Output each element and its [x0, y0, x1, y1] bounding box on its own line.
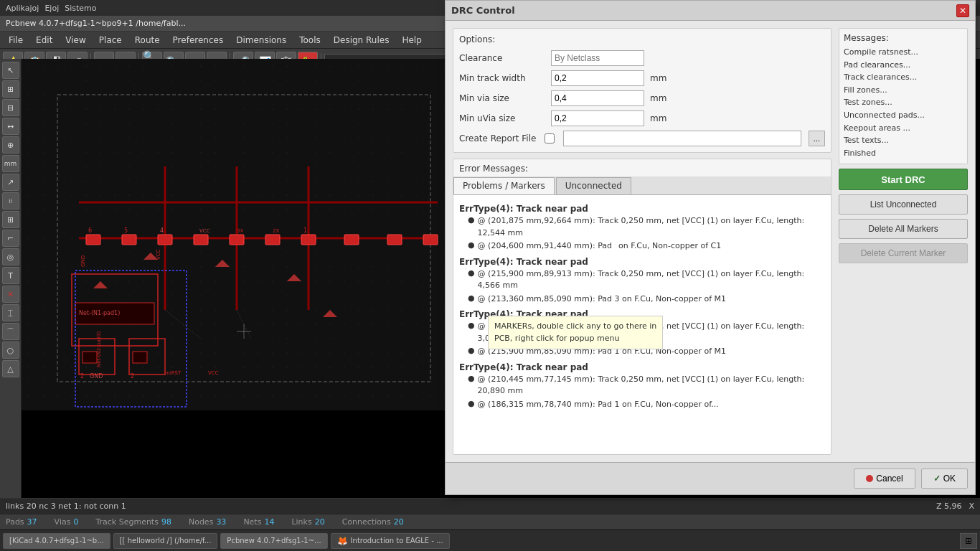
svg-text:6: 6	[88, 227, 92, 234]
clearance-row: Clearance	[459, 50, 825, 66]
left-btn-cursor[interactable]: ↖	[2, 62, 19, 79]
left-btn-grid2[interactable]: ⊟	[2, 99, 19, 116]
svg-rect-13	[230, 235, 244, 245]
err-2-1: ● @ (215,900 mm,89,913 mm): Track 0,250 …	[468, 268, 825, 292]
tooltip: MARKERs, double click any to go there in…	[488, 316, 663, 349]
left-btn-line[interactable]: ⌶	[2, 304, 19, 321]
left-btn-text[interactable]: T	[2, 267, 19, 284]
svg-rect-11	[158, 235, 172, 245]
tab-unconnected[interactable]: Unconnected	[556, 177, 631, 194]
menu-edit[interactable]: Edit	[30, 34, 58, 47]
messages-title: Messages:	[844, 33, 963, 43]
menu-route[interactable]: Route	[129, 34, 166, 47]
start-drc-button[interactable]: Start DRC	[839, 169, 968, 190]
drc-footer: Cancel ✓ OK	[446, 462, 975, 494]
cancel-icon	[866, 475, 873, 482]
min-uvia-unit: mm	[650, 113, 666, 123]
app-name[interactable]: Aplikajoj	[6, 4, 39, 13]
left-btn-poly[interactable]: △	[2, 360, 19, 377]
min-via-row: Min via size mm	[459, 90, 825, 106]
left-btn-mm[interactable]: mm	[2, 155, 19, 172]
left-btn-zone[interactable]: ✕	[2, 286, 19, 303]
nets-stat: Nets 14	[243, 517, 274, 527]
list-unconnected-button[interactable]: List Unconnected	[839, 194, 968, 215]
left-btn-route[interactable]: ⌐	[2, 230, 19, 247]
firefox-icon: 🦊	[337, 536, 348, 546]
close-x[interactable]: X	[969, 501, 974, 511]
taskbar-eagle[interactable]: 🦊 Introduction to EAGLE - ...	[331, 533, 450, 549]
left-toolbar: ↖ ⊞ ⊟ ↔ ⊕ mm ↗ ⁞⁞ ⊞ ⌐ ◎ T ✕ ⌶ ⌒ ○ △	[0, 59, 22, 508]
menu-view[interactable]: View	[60, 34, 91, 47]
msg-test-zones: Test zones...	[844, 96, 963, 109]
system-bar-left: Aplikajoj Ejoj Sistemo	[6, 4, 96, 13]
clearance-input[interactable]	[551, 50, 644, 66]
svg-rect-17	[387, 235, 402, 245]
menu-preferences[interactable]: Preferences	[167, 34, 230, 47]
svg-text:1: 1	[303, 227, 307, 234]
left-btn-circle[interactable]: ○	[2, 342, 19, 359]
left-btn-select[interactable]: ↗	[2, 174, 19, 191]
min-via-unit: mm	[650, 93, 666, 103]
options-section: Options: Clearance Min track width mm Mi…	[453, 28, 831, 153]
tab-problems[interactable]: Problems / Markers	[453, 177, 555, 194]
pads-stat: Pads 37	[6, 517, 37, 527]
left-btn-origin[interactable]: ⊕	[2, 136, 19, 154]
min-via-input[interactable]	[551, 90, 644, 106]
delete-current-marker-button[interactable]: Delete Current Marker	[839, 243, 968, 263]
svg-text:VCC: VCC	[208, 370, 219, 376]
taskbar-helloworld[interactable]: [[ helloworld /] (/home/f...	[113, 533, 218, 549]
svg-text:VCC: VCC	[199, 228, 210, 234]
svg-rect-10	[122, 235, 136, 245]
vias-stat: Vias 0	[55, 517, 79, 527]
menu-tools[interactable]: Tools	[293, 34, 326, 47]
taskbar-kicad[interactable]: [KiCad 4.0.7+dfsg1-1~b...	[3, 533, 110, 549]
taskbar-pcbnew[interactable]: Pcbnew 4.0.7+dfsg1-1~...	[220, 533, 327, 549]
menu-help[interactable]: Help	[396, 34, 427, 47]
left-btn-component[interactable]: ⊞	[2, 211, 19, 228]
messages-list: Compile ratsnest... Pad clearances... Tr…	[844, 46, 963, 159]
menu-file[interactable]: File	[3, 34, 29, 47]
menu-place[interactable]: Place	[93, 34, 128, 47]
tooltip-line2: PCB, right click for popup menu	[494, 333, 656, 345]
svg-text:GND: GND	[80, 255, 86, 267]
left-btn-measure[interactable]: ↔	[2, 118, 19, 135]
svg-text:5: 5	[124, 227, 128, 234]
error-tabs: Problems / Markers Unconnected	[453, 177, 831, 195]
msg-unconn-pads: Unconnected pads...	[844, 109, 963, 122]
min-via-label: Min via size	[459, 93, 545, 103]
report-label: Create Report File	[459, 133, 536, 143]
err-4-2: ● @ (186,315 mm,78,740 mm): Pad 1 on F.C…	[468, 399, 825, 411]
msg-test-texts: Test texts...	[844, 134, 963, 147]
err-2-2: ● @ (213,360 mm,85,090 mm): Pad 3 on F.C…	[468, 293, 825, 306]
left-btn-grid[interactable]: ⊞	[2, 80, 19, 98]
ok-button[interactable]: ✓ OK	[921, 468, 968, 489]
report-checkbox[interactable]	[545, 133, 555, 143]
min-uvia-row: Min uVia size mm	[459, 110, 825, 126]
drc-close-button[interactable]: ✕	[956, 4, 969, 17]
svg-text:3X: 3X	[237, 228, 243, 234]
report-browse-button[interactable]: ...	[809, 131, 825, 146]
left-btn-via[interactable]: ◎	[2, 248, 19, 265]
menu-dimensions[interactable]: Dimensions	[230, 34, 292, 47]
nodes-stat: Nodes 33	[189, 517, 226, 527]
svg-text:2: 2	[80, 373, 84, 380]
err-group-2-title: ErrType(4): Track near pad	[459, 257, 825, 267]
msg-keepout: Keepout areas ...	[844, 122, 963, 135]
status-bar: Pads 37 Vias 0 Track Segments 98 Nodes 3…	[0, 514, 980, 529]
min-track-input[interactable]	[551, 70, 644, 86]
min-track-row: Min track width mm	[459, 70, 825, 86]
msg-pad-clear: Pad clearances...	[844, 59, 963, 72]
menu-design-rules[interactable]: Design Rules	[328, 34, 395, 47]
taskbar-show-desktop[interactable]: ⊞	[960, 533, 977, 549]
left-btn-arc[interactable]: ⌒	[2, 323, 19, 340]
delete-all-markers-button[interactable]: Delete All Markers	[839, 219, 968, 239]
cancel-button[interactable]: Cancel	[854, 468, 915, 489]
sistemo-menu[interactable]: Sistemo	[65, 4, 96, 13]
drc-title-bar: DRC Control ✕	[446, 1, 975, 21]
ejoj-menu[interactable]: Ejoj	[44, 4, 59, 13]
left-btn-dots[interactable]: ⁞⁞	[2, 192, 19, 209]
report-file-input[interactable]	[563, 131, 801, 146]
min-uvia-input[interactable]	[551, 110, 644, 126]
msg-compile: Compile ratsnest...	[844, 46, 963, 59]
svg-rect-14	[265, 235, 280, 245]
